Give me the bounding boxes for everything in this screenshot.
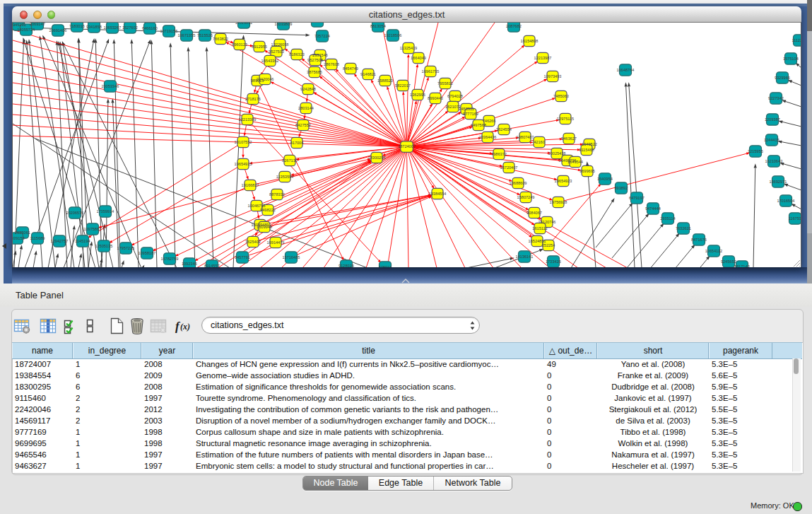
- svg-text:893892: 893892: [615, 186, 628, 190]
- svg-text:12942757: 12942757: [51, 239, 69, 243]
- svg-text:1145194: 1145194: [75, 239, 90, 243]
- svg-text:8813054: 8813054: [370, 24, 386, 28]
- svg-text:16961755: 16961755: [422, 69, 440, 74]
- svg-text:2718176: 2718176: [245, 97, 261, 101]
- svg-text:19654915: 19654915: [235, 162, 252, 166]
- svg-text:8990443: 8990443: [428, 96, 443, 100]
- svg-text:16543362: 16543362: [261, 59, 279, 63]
- svg-text:20053346: 20053346: [102, 84, 119, 88]
- svg-text:8427552: 8427552: [295, 123, 311, 127]
- svg-text:11353594: 11353594: [276, 175, 293, 179]
- svg-text:252254: 252254: [542, 243, 555, 247]
- svg-text:2635061: 2635061: [15, 230, 30, 235]
- svg-text:16782759: 16782759: [161, 257, 179, 261]
- svg-text:20364436: 20364436: [479, 135, 497, 139]
- svg-text:1362996: 1362996: [410, 93, 425, 97]
- svg-text:9341858: 9341858: [86, 25, 102, 29]
- svg-text:11325419: 11325419: [400, 46, 417, 50]
- svg-text:7663822: 7663822: [213, 37, 228, 41]
- svg-text:8960123: 8960123: [232, 42, 247, 47]
- svg-text:7183016: 7183016: [69, 24, 85, 28]
- svg-text:12505135: 12505135: [95, 244, 113, 248]
- svg-text:19384554: 19384554: [429, 192, 447, 196]
- svg-text:15720407: 15720407: [500, 165, 518, 170]
- svg-text:7955812: 7955812: [437, 81, 453, 86]
- svg-text:5822017: 5822017: [395, 83, 411, 88]
- svg-text:2935114: 2935114: [660, 216, 675, 221]
- svg-text:9527503: 9527503: [269, 49, 284, 54]
- svg-text:42160: 42160: [534, 140, 545, 144]
- svg-text:1939159: 1939159: [13, 236, 25, 240]
- svg-text:1640954: 1640954: [597, 177, 613, 181]
- svg-text:12213987: 12213987: [534, 56, 552, 60]
- svg-text:8100101: 8100101: [310, 23, 325, 23]
- svg-text:2087682: 2087682: [506, 24, 522, 28]
- svg-text:8912955: 8912955: [252, 45, 267, 49]
- svg-text:9128024: 9128024: [339, 264, 354, 267]
- svg-text:3875685: 3875685: [307, 70, 322, 74]
- svg-text:9463627: 9463627: [561, 136, 577, 141]
- svg-text:7625402: 7625402: [245, 240, 261, 244]
- svg-text:2453911: 2453911: [459, 107, 473, 111]
- svg-text:16648764: 16648764: [617, 68, 635, 72]
- svg-text:16210643: 16210643: [765, 159, 783, 163]
- svg-text:22420046: 22420046: [257, 77, 274, 81]
- svg-text:1664049: 1664049: [411, 56, 426, 60]
- svg-text:15807249: 15807249: [517, 195, 535, 199]
- svg-text:9146821: 9146821: [360, 72, 376, 76]
- svg-text:778911: 778911: [379, 265, 392, 267]
- svg-text:10719155: 10719155: [160, 29, 178, 33]
- svg-text:6794028: 6794028: [447, 94, 463, 98]
- svg-text:10688609: 10688609: [510, 181, 527, 185]
- svg-text:20206576: 20206576: [66, 211, 84, 215]
- svg-text:19654923: 19654923: [555, 179, 572, 183]
- svg-text:3624554: 3624554: [496, 127, 512, 132]
- svg-text:19218506: 19218506: [384, 33, 402, 37]
- svg-text:15716485: 15716485: [283, 255, 300, 259]
- svg-text:116753: 116753: [789, 216, 801, 221]
- svg-text:6479197: 6479197: [629, 196, 645, 200]
- svg-text:12975115: 12975115: [557, 117, 574, 121]
- svg-text:1575104: 1575104: [783, 57, 799, 61]
- svg-text:10653267: 10653267: [104, 25, 122, 30]
- svg-text:8471676: 8471676: [691, 238, 707, 242]
- svg-text:1733426: 1733426: [546, 259, 561, 264]
- svg-text:10025438: 10025438: [548, 151, 566, 156]
- svg-text:1092346: 1092346: [182, 262, 197, 266]
- svg-text:3215955: 3215955: [748, 149, 763, 153]
- svg-text:17359914: 17359914: [97, 209, 114, 214]
- svg-text:7986372: 7986372: [491, 152, 507, 156]
- svg-text:9242848: 9242848: [300, 87, 316, 91]
- svg-text:18724007: 18724007: [398, 144, 416, 148]
- svg-text:16033809: 16033809: [275, 23, 293, 26]
- svg-text:8454749: 8454749: [343, 66, 358, 71]
- svg-text:10958187: 10958187: [139, 251, 156, 255]
- svg-text:14055724: 14055724: [18, 28, 35, 32]
- svg-text:20691406: 20691406: [49, 28, 67, 33]
- svg-text:7485063: 7485063: [553, 94, 569, 98]
- svg-text:12213389: 12213389: [239, 117, 257, 122]
- svg-text:10107552: 10107552: [235, 140, 252, 144]
- svg-text:16513811: 16513811: [235, 23, 252, 25]
- svg-text:1209387: 1209387: [765, 117, 780, 122]
- svg-text:7357224: 7357224: [314, 34, 330, 38]
- svg-text:9498222: 9498222: [260, 208, 276, 212]
- svg-text:8186323: 8186323: [289, 52, 305, 57]
- svg-text:16914479: 16914479: [267, 240, 285, 245]
- svg-text:9699695: 9699695: [579, 169, 595, 173]
- svg-text:9777169: 9777169: [463, 112, 478, 116]
- svg-text:9227342: 9227342: [768, 96, 784, 100]
- svg-text:10975867: 10975867: [84, 227, 102, 231]
- svg-text:19166827: 19166827: [242, 183, 259, 187]
- svg-text:7515526: 7515526: [197, 33, 213, 37]
- svg-text:19756928: 19756928: [550, 200, 567, 204]
- svg-text:1049522: 1049522: [582, 142, 597, 146]
- svg-text:8267130: 8267130: [282, 158, 298, 163]
- svg-text:417004: 417004: [290, 141, 304, 145]
- svg-text:8878332: 8878332: [269, 192, 285, 197]
- svg-text:17957225: 17957225: [117, 246, 135, 250]
- svg-text:1112243: 1112243: [792, 38, 801, 42]
- svg-text:16120746: 16120746: [539, 220, 556, 224]
- svg-text:2069147: 2069147: [30, 23, 45, 26]
- svg-text:2867608: 2867608: [324, 62, 339, 66]
